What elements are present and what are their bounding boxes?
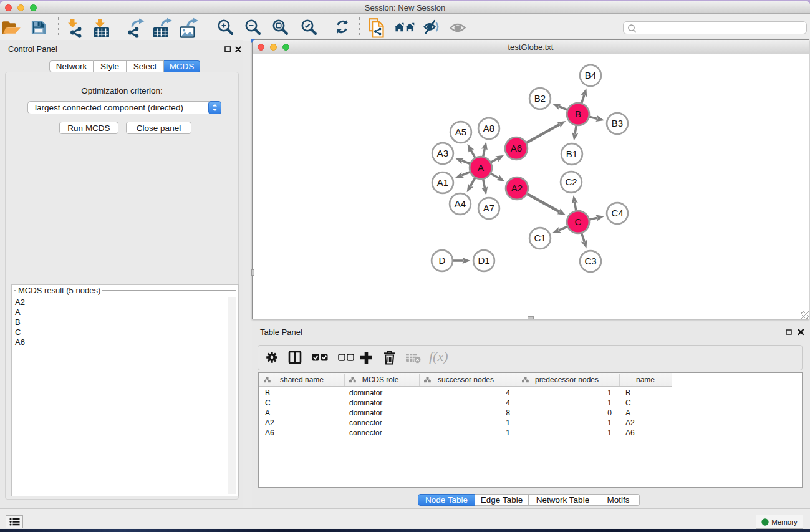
svg-text:A8: A8 [483,123,494,133]
svg-text:C2: C2 [565,177,577,187]
svg-text:B4: B4 [585,70,596,80]
svg-text:B: B [575,109,581,119]
svg-text:A7: A7 [483,203,494,213]
svg-text:C: C [575,216,582,227]
svg-text:B2: B2 [534,93,546,104]
svg-text:C1: C1 [534,233,546,243]
svg-text:A3: A3 [437,148,448,158]
svg-text:C4: C4 [611,208,623,218]
svg-text:A4: A4 [455,198,466,209]
svg-text:A5: A5 [455,127,466,137]
svg-text:A: A [478,162,484,173]
svg-text:D: D [439,255,446,266]
svg-text:A6: A6 [511,143,522,153]
svg-text:B1: B1 [566,148,577,159]
svg-text:B3: B3 [612,118,623,128]
svg-text:C3: C3 [584,256,596,266]
svg-text:D1: D1 [478,255,489,266]
svg-text:A2: A2 [511,183,523,193]
svg-text:A1: A1 [437,177,448,188]
